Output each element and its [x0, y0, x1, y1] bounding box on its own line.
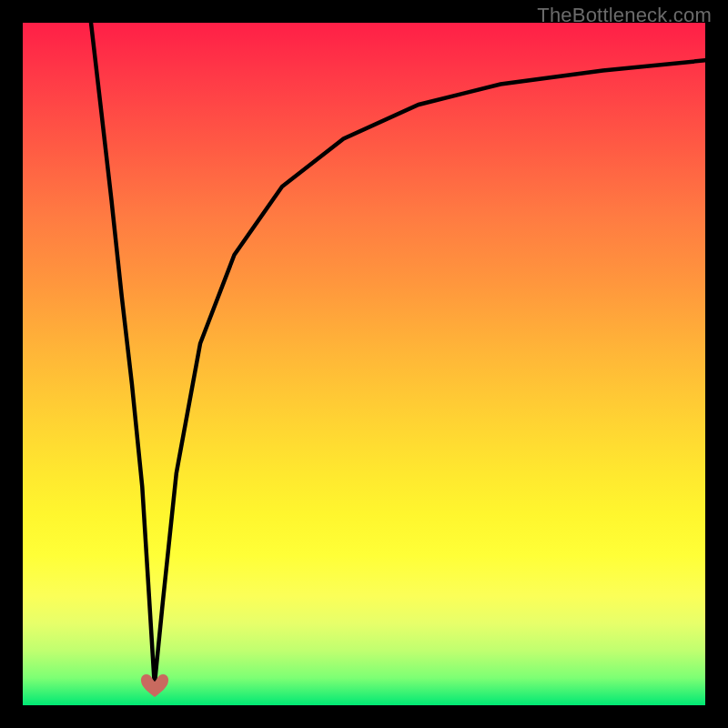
watermark-label: TheBottleneck.com [537, 4, 712, 27]
heart-icon [139, 672, 170, 699]
bottleneck-curve [23, 23, 705, 705]
curve-path [91, 23, 705, 685]
chart-container: TheBottleneck.com [0, 0, 728, 728]
plot-area [23, 23, 705, 705]
heart-shape [141, 673, 168, 696]
